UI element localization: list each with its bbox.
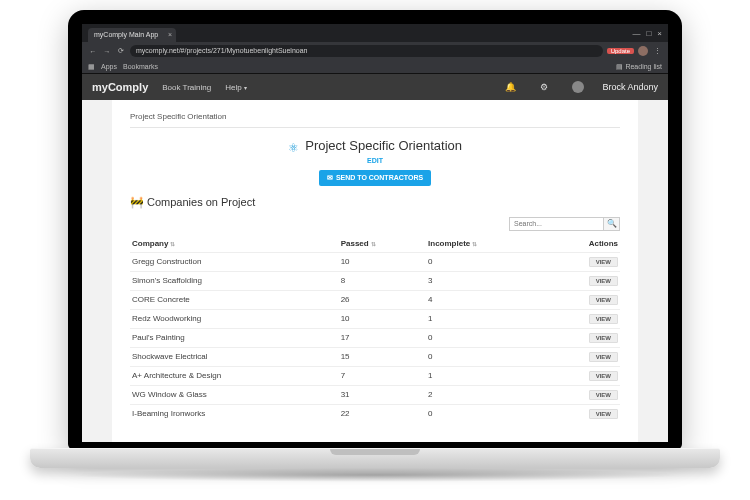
table-row: WG Window & Glass312VIEW: [130, 385, 620, 404]
profile-avatar-icon[interactable]: [638, 46, 648, 56]
reading-list-label[interactable]: Reading list: [625, 63, 662, 70]
tab-title: myComply Main App: [94, 31, 158, 38]
table-row: CORE Concrete264VIEW: [130, 290, 620, 309]
envelope-icon: ✉: [327, 174, 333, 181]
cell-company: Redz Woodworking: [130, 309, 339, 328]
breadcrumb: Project Specific Orientation: [130, 108, 620, 128]
sort-icon: ⇅: [472, 241, 477, 247]
cell-company: Shockwave Electrical: [130, 347, 339, 366]
section-heading: 🚧Companies on Project: [130, 196, 620, 209]
search-input[interactable]: [509, 217, 604, 231]
cell-incomplete: 1: [426, 309, 545, 328]
cell-incomplete: 0: [426, 404, 545, 423]
cell-incomplete: 2: [426, 385, 545, 404]
close-icon[interactable]: ×: [168, 28, 172, 42]
user-name[interactable]: Brock Andony: [602, 82, 658, 92]
col-incomplete[interactable]: Incomplete⇅: [426, 235, 545, 253]
edit-link[interactable]: EDIT: [130, 157, 620, 164]
nav-book-training[interactable]: Book Training: [162, 83, 211, 92]
cell-incomplete: 0: [426, 347, 545, 366]
window-maximize-icon[interactable]: □: [646, 29, 651, 38]
cell-company: A+ Architecture & Design: [130, 366, 339, 385]
bell-icon[interactable]: 🔔: [505, 82, 516, 92]
table-row: Paul's Painting170VIEW: [130, 328, 620, 347]
cell-passed: 7: [339, 366, 426, 385]
bookmarks-label[interactable]: Bookmarks: [123, 63, 158, 70]
reload-icon[interactable]: ⟳: [116, 47, 126, 55]
apps-icon[interactable]: ▦: [88, 63, 95, 71]
cell-company: CORE Concrete: [130, 290, 339, 309]
view-button[interactable]: VIEW: [589, 295, 618, 305]
browser-toolbar: ← → ⟳ mycomply.net/#/projects/271/Mynotu…: [82, 42, 668, 60]
cell-company: Gregg Construction: [130, 252, 339, 271]
chevron-down-icon: ▾: [244, 85, 247, 91]
view-button[interactable]: VIEW: [589, 257, 618, 267]
nav-help[interactable]: Help▾: [225, 83, 246, 92]
gear-icon[interactable]: ⚙: [540, 82, 548, 92]
view-button[interactable]: VIEW: [589, 314, 618, 324]
app-header: myComply Book Training Help▾ 🔔 ⚙ Brock A…: [82, 74, 668, 100]
apps-label[interactable]: Apps: [101, 63, 117, 70]
cell-incomplete: 4: [426, 290, 545, 309]
search-button[interactable]: 🔍: [604, 217, 620, 231]
bookmarks-bar: ▦ Apps Bookmarks ▤ Reading list: [82, 60, 668, 74]
browser-tab[interactable]: myComply Main App ×: [88, 28, 176, 42]
sort-icon: ⇅: [371, 241, 376, 247]
cell-company: I-Beaming Ironworks: [130, 404, 339, 423]
laptop-base: [30, 448, 720, 468]
view-button[interactable]: VIEW: [589, 371, 618, 381]
window-close-icon[interactable]: ×: [657, 29, 662, 38]
cell-passed: 22: [339, 404, 426, 423]
browser-tab-strip: myComply Main App × — □ ×: [82, 24, 668, 42]
update-badge[interactable]: Update: [607, 48, 634, 54]
reading-list-icon[interactable]: ▤: [616, 63, 623, 71]
view-button[interactable]: VIEW: [589, 333, 618, 343]
cell-passed: 31: [339, 385, 426, 404]
table-row: A+ Architecture & Design71VIEW: [130, 366, 620, 385]
table-row: I-Beaming Ironworks220VIEW: [130, 404, 620, 423]
cell-passed: 10: [339, 252, 426, 271]
back-icon[interactable]: ←: [88, 48, 98, 55]
brand-logo[interactable]: myComply: [92, 81, 148, 93]
forward-icon[interactable]: →: [102, 48, 112, 55]
companies-table: Company⇅ Passed⇅ Incomplete⇅ Actions Gre…: [130, 235, 620, 423]
cell-incomplete: 0: [426, 252, 545, 271]
cell-company: Paul's Painting: [130, 328, 339, 347]
view-button[interactable]: VIEW: [589, 390, 618, 400]
view-button[interactable]: VIEW: [589, 276, 618, 286]
page-title: Project Specific Orientation: [305, 138, 462, 153]
cell-passed: 10: [339, 309, 426, 328]
cell-passed: 8: [339, 271, 426, 290]
send-to-contractors-button[interactable]: ✉SEND TO CONTRACTORS: [319, 170, 431, 186]
cell-passed: 15: [339, 347, 426, 366]
table-row: Simon's Scaffolding83VIEW: [130, 271, 620, 290]
cell-incomplete: 0: [426, 328, 545, 347]
search-icon: 🔍: [607, 219, 617, 228]
user-avatar[interactable]: [572, 81, 584, 93]
cell-passed: 26: [339, 290, 426, 309]
col-company[interactable]: Company⇅: [130, 235, 339, 253]
cell-incomplete: 3: [426, 271, 545, 290]
col-actions: Actions: [545, 235, 620, 253]
table-row: Redz Woodworking101VIEW: [130, 309, 620, 328]
construction-icon: 🚧: [130, 196, 144, 208]
view-button[interactable]: VIEW: [589, 352, 618, 362]
cell-passed: 17: [339, 328, 426, 347]
table-row: Shockwave Electrical150VIEW: [130, 347, 620, 366]
view-button[interactable]: VIEW: [589, 409, 618, 419]
window-minimize-icon[interactable]: —: [632, 29, 640, 38]
sort-icon: ⇅: [170, 241, 175, 247]
address-bar[interactable]: mycomply.net/#/projects/271/Mynotuebenli…: [130, 45, 603, 57]
atom-icon: ⚛: [288, 141, 299, 155]
cell-company: WG Window & Glass: [130, 385, 339, 404]
col-passed[interactable]: Passed⇅: [339, 235, 426, 253]
cell-incomplete: 1: [426, 366, 545, 385]
table-row: Gregg Construction100VIEW: [130, 252, 620, 271]
cell-company: Simon's Scaffolding: [130, 271, 339, 290]
kebab-icon[interactable]: ⋮: [652, 47, 662, 55]
